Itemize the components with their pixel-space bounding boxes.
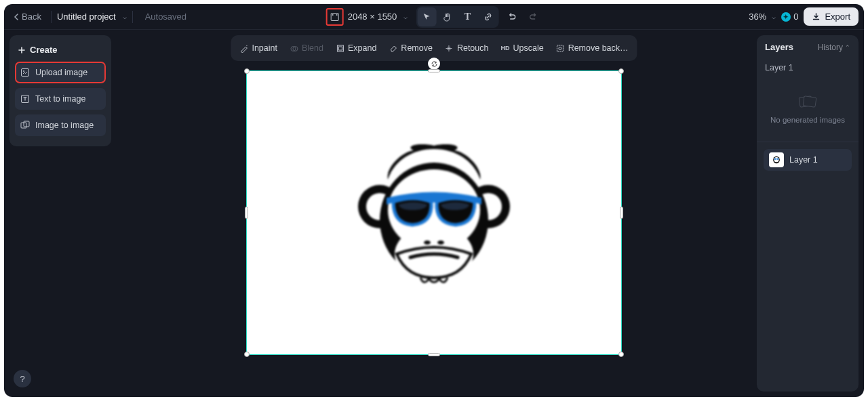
layer-name: Layer 1: [789, 155, 818, 165]
select-tool[interactable]: [417, 7, 436, 26]
download-icon: [812, 12, 821, 21]
create-panel-header: Create: [15, 41, 106, 62]
credit-count: 0: [793, 12, 798, 22]
chevron-down-icon: ⌵: [772, 13, 776, 20]
back-label: Back: [22, 12, 41, 22]
svg-point-4: [23, 70, 24, 72]
retouch-button[interactable]: Retouch: [439, 38, 495, 58]
refresh-button[interactable]: [428, 58, 440, 70]
svg-point-22: [437, 240, 444, 245]
canvas-area[interactable]: Inpaint Blend Expand Remove Retouch: [111, 30, 757, 397]
image-to-image-icon: [20, 121, 30, 130]
resize-handle[interactable]: [428, 353, 440, 356]
tool-picker: T: [416, 6, 498, 28]
hd-icon: HD: [500, 44, 509, 53]
hand-tool[interactable]: [437, 7, 456, 26]
image-to-image-label: Image to image: [35, 121, 94, 130]
separator: [51, 11, 52, 23]
svg-point-1: [332, 14, 334, 16]
expand-button[interactable]: Expand: [330, 38, 382, 58]
back-button[interactable]: Back: [9, 9, 45, 24]
upload-label: Upload image: [35, 68, 87, 77]
resize-handle[interactable]: [244, 352, 250, 357]
canvas-image: [346, 142, 522, 298]
upload-icon: [20, 68, 30, 77]
canvas[interactable]: [246, 70, 622, 355]
selected-layer-name: Layer 1: [757, 59, 859, 77]
svg-point-21: [424, 240, 431, 245]
svg-rect-3: [22, 69, 29, 77]
export-label: Export: [825, 12, 850, 22]
chevron-down-icon: ⌵: [123, 13, 127, 20]
text-to-image-button[interactable]: Text to image: [15, 88, 106, 110]
upload-image-button[interactable]: Upload image: [15, 62, 106, 83]
create-title: Create: [30, 45, 57, 55]
wand-icon: [239, 44, 248, 53]
image-to-image-button[interactable]: Image to image: [15, 114, 106, 136]
eraser-icon: [389, 44, 397, 53]
undo-button[interactable]: [502, 8, 520, 26]
create-panel: Create Upload image Text to image Image …: [9, 35, 111, 146]
svg-point-13: [559, 47, 561, 49]
link-tool[interactable]: [478, 7, 497, 26]
layer-thumbnail: [769, 152, 784, 167]
empty-state: No generated images: [757, 77, 859, 142]
canvas-dimensions[interactable]: 2048 × 1550: [348, 12, 397, 22]
remove-bg-icon: [556, 44, 565, 53]
autosave-status: Autosaved: [145, 12, 186, 22]
zoom-value: 36%: [749, 12, 766, 22]
redo-button[interactable]: [524, 8, 542, 26]
svg-point-2: [336, 14, 338, 16]
text-to-image-icon: [20, 94, 30, 104]
text-tool[interactable]: T: [458, 7, 477, 26]
svg-rect-0: [331, 13, 338, 20]
resize-handle[interactable]: [620, 207, 623, 219]
resize-canvas-button[interactable]: [326, 8, 344, 26]
resize-handle[interactable]: [618, 352, 624, 357]
upscale-button[interactable]: HD Upscale: [494, 38, 549, 58]
expand-icon: [336, 44, 344, 53]
separator: [132, 11, 133, 23]
export-button[interactable]: Export: [804, 7, 859, 26]
empty-images-icon: [798, 94, 817, 109]
inpaint-button[interactable]: Inpaint: [233, 38, 283, 58]
svg-rect-12: [557, 45, 564, 51]
blend-icon: [290, 44, 298, 53]
resize-handle[interactable]: [244, 68, 250, 74]
svg-rect-28: [776, 159, 778, 160]
layer-item[interactable]: Layer 1: [764, 149, 852, 171]
project-name: Untitled project: [57, 12, 116, 22]
resize-handle[interactable]: [618, 68, 624, 74]
blend-button: Blend: [283, 38, 330, 58]
divider: [757, 142, 859, 142]
credit-icon: ✦: [781, 12, 791, 22]
plus-icon: [18, 46, 26, 54]
credits-button[interactable]: ✦ 0: [781, 12, 798, 22]
resize-handle[interactable]: [245, 207, 248, 219]
chevron-down-icon[interactable]: ⌵: [403, 13, 408, 20]
history-tab[interactable]: History ⌃: [818, 43, 850, 52]
layers-tab[interactable]: Layers: [765, 42, 793, 52]
svg-rect-11: [338, 47, 342, 50]
top-bar: Back Untitled project ⌵ Autosaved 2048 ×…: [4, 4, 864, 30]
remove-button[interactable]: Remove: [382, 38, 439, 58]
svg-rect-10: [337, 45, 343, 51]
resize-handle[interactable]: [428, 69, 440, 72]
chevron-up-icon: ⌃: [845, 44, 850, 51]
svg-rect-27: [774, 159, 776, 160]
sparkle-icon: [445, 44, 454, 53]
remove-background-button[interactable]: Remove back…: [550, 38, 635, 58]
text-to-image-label: Text to image: [35, 94, 85, 104]
help-button[interactable]: ?: [14, 370, 31, 387]
layers-panel: Layers History ⌃ Layer 1 No generated im…: [757, 35, 859, 392]
zoom-control[interactable]: 36% ⌵: [749, 12, 776, 22]
svg-rect-24: [803, 96, 816, 107]
help-icon: ?: [20, 374, 24, 384]
project-name-dropdown[interactable]: Untitled project ⌵: [57, 12, 127, 22]
empty-text: No generated images: [770, 116, 845, 124]
